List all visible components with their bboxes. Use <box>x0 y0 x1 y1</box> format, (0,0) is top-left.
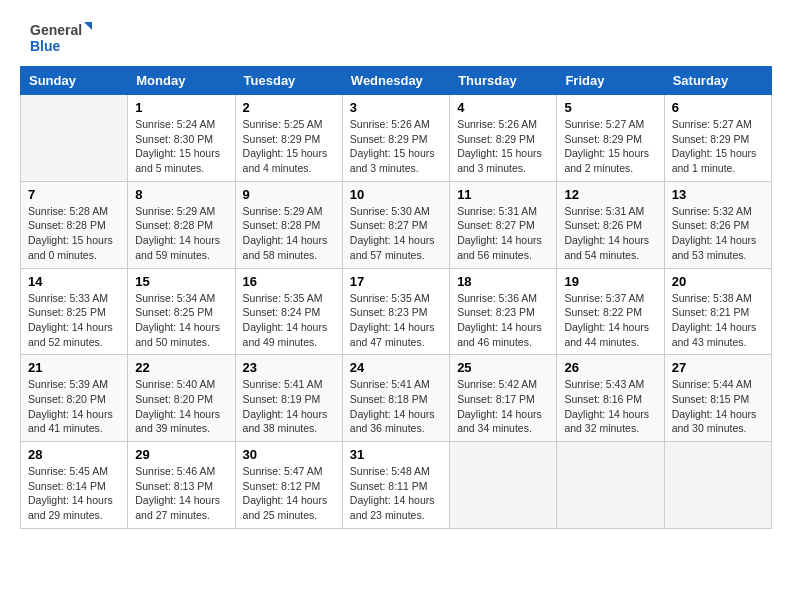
day-number: 22 <box>135 360 227 375</box>
day-info: Sunrise: 5:27 AM Sunset: 8:29 PM Dayligh… <box>672 117 764 176</box>
calendar-table: SundayMondayTuesdayWednesdayThursdayFrid… <box>20 66 772 529</box>
day-info: Sunrise: 5:40 AM Sunset: 8:20 PM Dayligh… <box>135 377 227 436</box>
day-number: 30 <box>243 447 335 462</box>
header-wednesday: Wednesday <box>342 67 449 95</box>
calendar-cell: 12Sunrise: 5:31 AM Sunset: 8:26 PM Dayli… <box>557 181 664 268</box>
calendar-cell: 2Sunrise: 5:25 AM Sunset: 8:29 PM Daylig… <box>235 95 342 182</box>
calendar-cell <box>21 95 128 182</box>
calendar-cell: 31Sunrise: 5:48 AM Sunset: 8:11 PM Dayli… <box>342 442 449 529</box>
calendar-cell: 4Sunrise: 5:26 AM Sunset: 8:29 PM Daylig… <box>450 95 557 182</box>
day-info: Sunrise: 5:35 AM Sunset: 8:24 PM Dayligh… <box>243 291 335 350</box>
day-info: Sunrise: 5:41 AM Sunset: 8:19 PM Dayligh… <box>243 377 335 436</box>
calendar-cell: 22Sunrise: 5:40 AM Sunset: 8:20 PM Dayli… <box>128 355 235 442</box>
day-number: 18 <box>457 274 549 289</box>
header-friday: Friday <box>557 67 664 95</box>
day-number: 27 <box>672 360 764 375</box>
day-number: 29 <box>135 447 227 462</box>
day-info: Sunrise: 5:44 AM Sunset: 8:15 PM Dayligh… <box>672 377 764 436</box>
day-info: Sunrise: 5:29 AM Sunset: 8:28 PM Dayligh… <box>243 204 335 263</box>
calendar-cell: 5Sunrise: 5:27 AM Sunset: 8:29 PM Daylig… <box>557 95 664 182</box>
calendar-cell: 23Sunrise: 5:41 AM Sunset: 8:19 PM Dayli… <box>235 355 342 442</box>
day-info: Sunrise: 5:35 AM Sunset: 8:23 PM Dayligh… <box>350 291 442 350</box>
day-number: 11 <box>457 187 549 202</box>
day-info: Sunrise: 5:26 AM Sunset: 8:29 PM Dayligh… <box>457 117 549 176</box>
day-info: Sunrise: 5:34 AM Sunset: 8:25 PM Dayligh… <box>135 291 227 350</box>
calendar-cell: 8Sunrise: 5:29 AM Sunset: 8:28 PM Daylig… <box>128 181 235 268</box>
page-header: General Blue <box>20 20 772 56</box>
day-number: 8 <box>135 187 227 202</box>
calendar-cell: 1Sunrise: 5:24 AM Sunset: 8:30 PM Daylig… <box>128 95 235 182</box>
header-sunday: Sunday <box>21 67 128 95</box>
logo: General Blue <box>20 20 100 56</box>
day-number: 20 <box>672 274 764 289</box>
week-row-4: 21Sunrise: 5:39 AM Sunset: 8:20 PM Dayli… <box>21 355 772 442</box>
day-info: Sunrise: 5:31 AM Sunset: 8:27 PM Dayligh… <box>457 204 549 263</box>
day-info: Sunrise: 5:29 AM Sunset: 8:28 PM Dayligh… <box>135 204 227 263</box>
day-info: Sunrise: 5:24 AM Sunset: 8:30 PM Dayligh… <box>135 117 227 176</box>
day-info: Sunrise: 5:33 AM Sunset: 8:25 PM Dayligh… <box>28 291 120 350</box>
week-row-1: 1Sunrise: 5:24 AM Sunset: 8:30 PM Daylig… <box>21 95 772 182</box>
day-info: Sunrise: 5:25 AM Sunset: 8:29 PM Dayligh… <box>243 117 335 176</box>
day-number: 12 <box>564 187 656 202</box>
day-number: 13 <box>672 187 764 202</box>
calendar-cell <box>557 442 664 529</box>
calendar-cell: 18Sunrise: 5:36 AM Sunset: 8:23 PM Dayli… <box>450 268 557 355</box>
day-info: Sunrise: 5:41 AM Sunset: 8:18 PM Dayligh… <box>350 377 442 436</box>
day-number: 5 <box>564 100 656 115</box>
svg-text:General: General <box>30 22 82 38</box>
day-info: Sunrise: 5:26 AM Sunset: 8:29 PM Dayligh… <box>350 117 442 176</box>
calendar-cell: 7Sunrise: 5:28 AM Sunset: 8:28 PM Daylig… <box>21 181 128 268</box>
day-info: Sunrise: 5:37 AM Sunset: 8:22 PM Dayligh… <box>564 291 656 350</box>
calendar-cell: 6Sunrise: 5:27 AM Sunset: 8:29 PM Daylig… <box>664 95 771 182</box>
calendar-cell: 15Sunrise: 5:34 AM Sunset: 8:25 PM Dayli… <box>128 268 235 355</box>
day-number: 10 <box>350 187 442 202</box>
calendar-cell: 28Sunrise: 5:45 AM Sunset: 8:14 PM Dayli… <box>21 442 128 529</box>
svg-marker-3 <box>84 22 92 30</box>
header-monday: Monday <box>128 67 235 95</box>
day-info: Sunrise: 5:46 AM Sunset: 8:13 PM Dayligh… <box>135 464 227 523</box>
day-number: 25 <box>457 360 549 375</box>
day-number: 1 <box>135 100 227 115</box>
day-info: Sunrise: 5:36 AM Sunset: 8:23 PM Dayligh… <box>457 291 549 350</box>
day-info: Sunrise: 5:39 AM Sunset: 8:20 PM Dayligh… <box>28 377 120 436</box>
calendar-cell: 30Sunrise: 5:47 AM Sunset: 8:12 PM Dayli… <box>235 442 342 529</box>
logo-svg: General Blue <box>20 20 100 56</box>
day-info: Sunrise: 5:32 AM Sunset: 8:26 PM Dayligh… <box>672 204 764 263</box>
day-info: Sunrise: 5:27 AM Sunset: 8:29 PM Dayligh… <box>564 117 656 176</box>
day-number: 15 <box>135 274 227 289</box>
header-thursday: Thursday <box>450 67 557 95</box>
calendar-cell: 29Sunrise: 5:46 AM Sunset: 8:13 PM Dayli… <box>128 442 235 529</box>
header-tuesday: Tuesday <box>235 67 342 95</box>
calendar-cell: 14Sunrise: 5:33 AM Sunset: 8:25 PM Dayli… <box>21 268 128 355</box>
day-number: 19 <box>564 274 656 289</box>
day-info: Sunrise: 5:30 AM Sunset: 8:27 PM Dayligh… <box>350 204 442 263</box>
calendar-cell: 21Sunrise: 5:39 AM Sunset: 8:20 PM Dayli… <box>21 355 128 442</box>
day-number: 31 <box>350 447 442 462</box>
day-info: Sunrise: 5:28 AM Sunset: 8:28 PM Dayligh… <box>28 204 120 263</box>
week-row-5: 28Sunrise: 5:45 AM Sunset: 8:14 PM Dayli… <box>21 442 772 529</box>
week-row-2: 7Sunrise: 5:28 AM Sunset: 8:28 PM Daylig… <box>21 181 772 268</box>
day-number: 26 <box>564 360 656 375</box>
day-number: 3 <box>350 100 442 115</box>
svg-text:Blue: Blue <box>30 38 61 54</box>
day-number: 28 <box>28 447 120 462</box>
day-info: Sunrise: 5:45 AM Sunset: 8:14 PM Dayligh… <box>28 464 120 523</box>
calendar-cell: 25Sunrise: 5:42 AM Sunset: 8:17 PM Dayli… <box>450 355 557 442</box>
calendar-header-row: SundayMondayTuesdayWednesdayThursdayFrid… <box>21 67 772 95</box>
header-saturday: Saturday <box>664 67 771 95</box>
calendar-cell: 27Sunrise: 5:44 AM Sunset: 8:15 PM Dayli… <box>664 355 771 442</box>
day-number: 23 <box>243 360 335 375</box>
day-number: 21 <box>28 360 120 375</box>
calendar-cell <box>664 442 771 529</box>
calendar-cell: 17Sunrise: 5:35 AM Sunset: 8:23 PM Dayli… <box>342 268 449 355</box>
day-info: Sunrise: 5:43 AM Sunset: 8:16 PM Dayligh… <box>564 377 656 436</box>
day-info: Sunrise: 5:42 AM Sunset: 8:17 PM Dayligh… <box>457 377 549 436</box>
calendar-cell: 26Sunrise: 5:43 AM Sunset: 8:16 PM Dayli… <box>557 355 664 442</box>
day-info: Sunrise: 5:31 AM Sunset: 8:26 PM Dayligh… <box>564 204 656 263</box>
calendar-cell: 24Sunrise: 5:41 AM Sunset: 8:18 PM Dayli… <box>342 355 449 442</box>
calendar-cell: 20Sunrise: 5:38 AM Sunset: 8:21 PM Dayli… <box>664 268 771 355</box>
day-number: 9 <box>243 187 335 202</box>
day-info: Sunrise: 5:38 AM Sunset: 8:21 PM Dayligh… <box>672 291 764 350</box>
calendar-cell: 16Sunrise: 5:35 AM Sunset: 8:24 PM Dayli… <box>235 268 342 355</box>
calendar-cell: 3Sunrise: 5:26 AM Sunset: 8:29 PM Daylig… <box>342 95 449 182</box>
